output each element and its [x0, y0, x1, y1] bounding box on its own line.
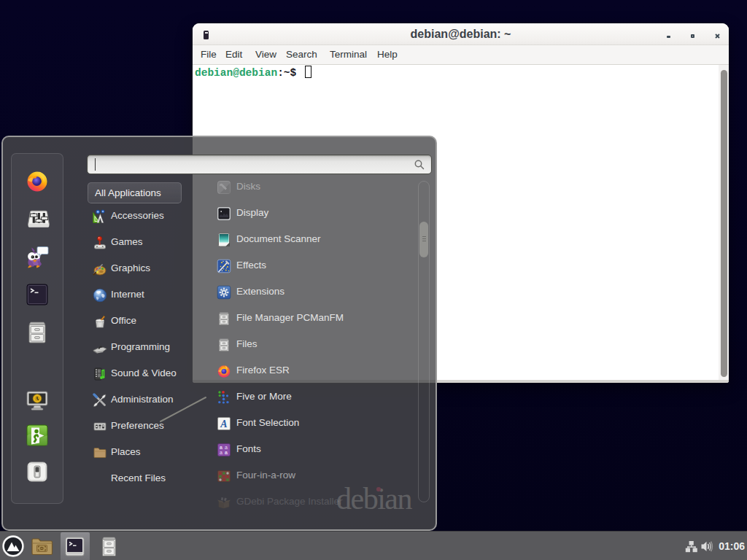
svg-text:a: a: [220, 445, 222, 450]
svg-text:a: a: [220, 450, 222, 455]
svg-text:a: a: [225, 450, 228, 455]
svg-text:A: A: [220, 419, 227, 429]
svg-text:a: a: [225, 445, 228, 450]
